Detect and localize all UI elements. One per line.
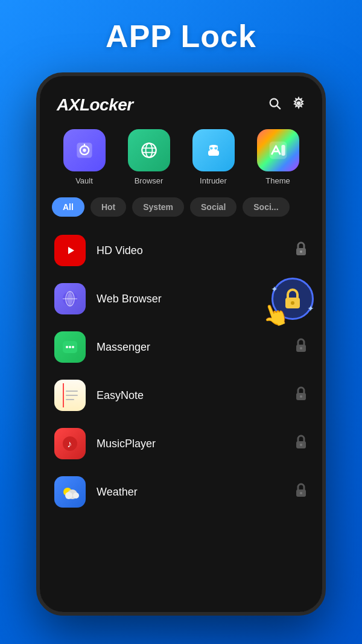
svg-point-31 — [72, 346, 74, 348]
app-item-hd-video[interactable]: HD Video — [40, 226, 322, 275]
svg-point-40 — [300, 444, 302, 446]
phone-screen: AXLocker — [40, 76, 322, 612]
page-title: APP Lock — [106, 18, 256, 54]
app-list: HD Video — [40, 226, 322, 612]
svg-point-27 — [291, 301, 294, 305]
app-item-massenger[interactable]: Massenger — [40, 323, 322, 371]
hd-video-name: HD Video — [97, 244, 294, 257]
svg-point-44 — [73, 493, 79, 499]
theme-label: Theme — [265, 176, 290, 185]
app-item-musicplayer[interactable]: ♪ MusicPlayer — [40, 419, 322, 468]
musicplayer-icon: ♪ — [54, 428, 86, 459]
musicplayer-lock[interactable] — [294, 434, 308, 453]
hd-video-lock[interactable] — [294, 241, 308, 260]
intruder-icon-box — [192, 129, 235, 171]
intruder-label: Intruder — [200, 176, 227, 185]
feature-intruder[interactable]: Intruder — [192, 129, 235, 185]
weather-icon — [54, 476, 86, 508]
easynote-icon — [54, 380, 86, 411]
theme-icon-box — [257, 129, 299, 171]
svg-point-43 — [65, 492, 72, 499]
easynote-name: EasyNote — [97, 389, 294, 402]
tab-hot[interactable]: Hot — [91, 197, 126, 217]
browser-label: Browser — [135, 176, 164, 185]
svg-rect-15 — [208, 150, 219, 156]
sparkle-right-icon: ✦ — [307, 304, 314, 313]
svg-rect-14 — [209, 145, 217, 148]
weather-name: Weather — [97, 486, 294, 499]
settings-icon[interactable] — [292, 97, 305, 113]
svg-point-22 — [300, 250, 302, 253]
app-header: AXLocker — [40, 76, 322, 124]
filter-tabs: All Hot System Social Soci... — [40, 197, 322, 226]
feature-theme[interactable]: Theme — [257, 129, 299, 185]
phone-frame: AXLocker — [36, 72, 326, 616]
svg-point-7 — [142, 143, 156, 157]
browser-icon-box — [128, 129, 170, 171]
svg-point-29 — [66, 346, 68, 348]
hd-video-icon — [54, 235, 86, 266]
easynote-lock[interactable] — [294, 386, 308, 405]
app-item-easynote[interactable]: EasyNote — [40, 371, 322, 419]
tab-social[interactable]: Social — [190, 197, 237, 217]
svg-point-8 — [145, 143, 152, 157]
web-browser-icon — [54, 283, 86, 314]
svg-point-30 — [69, 346, 71, 348]
svg-point-2 — [297, 102, 300, 105]
musicplayer-name: MusicPlayer — [97, 438, 294, 450]
feature-row: Vault Browser — [40, 124, 322, 197]
massenger-name: Massenger — [97, 341, 294, 354]
svg-rect-18 — [281, 145, 285, 156]
svg-point-46 — [300, 492, 302, 494]
feature-vault[interactable]: Vault — [63, 129, 106, 185]
massenger-lock[interactable] — [294, 337, 308, 357]
feature-browser[interactable]: Browser — [128, 129, 170, 185]
search-icon[interactable] — [268, 97, 281, 113]
svg-point-5 — [83, 148, 86, 151]
svg-point-34 — [300, 347, 302, 349]
app-item-weather[interactable]: Weather — [40, 468, 322, 516]
app-logo: AXLocker — [57, 95, 133, 115]
header-icons — [268, 97, 305, 113]
svg-point-36 — [300, 395, 302, 398]
tab-social2[interactable]: Soci... — [243, 197, 289, 217]
app-item-web-browser[interactable]: Web Browser ✦ ✦ 👆 — [40, 275, 322, 323]
svg-line-1 — [277, 106, 280, 109]
vault-icon-box — [63, 129, 106, 171]
sparkle-left-icon: ✦ — [271, 284, 278, 294]
massenger-icon — [54, 331, 86, 363]
weather-lock[interactable] — [294, 482, 308, 502]
vault-label: Vault — [75, 176, 93, 185]
tab-all[interactable]: All — [52, 197, 84, 217]
tab-system[interactable]: System — [132, 197, 184, 217]
svg-text:♪: ♪ — [67, 439, 72, 449]
